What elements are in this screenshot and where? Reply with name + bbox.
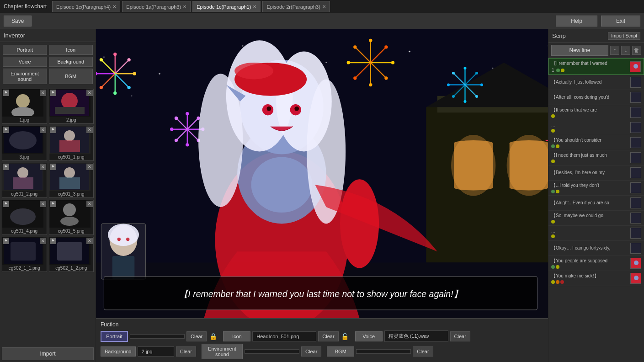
asset-item-9[interactable]: ⚑ ✕ cg502_1_2.png: [49, 237, 94, 272]
asset-item-8[interactable]: ⚑ ✕ cg502_1_1.png: [2, 237, 47, 272]
download-icon[interactable]: ↓: [621, 46, 630, 55]
icon-clear-button[interactable]: Clear: [318, 331, 338, 341]
delete-icon[interactable]: 🗑: [632, 46, 641, 55]
svg-rect-151: [112, 256, 135, 279]
svg-point-113: [170, 128, 173, 131]
svg-point-89: [447, 84, 450, 86]
script-item-14[interactable]: 【You make me sick!】: [548, 271, 644, 286]
script-item-7[interactable]: 【Besides, I'm here on my: [548, 165, 644, 181]
asset-name-4: cg501_2.png: [2, 191, 47, 197]
script-item-3[interactable]: 【It seems that we are: [548, 105, 644, 120]
icon-label: Icon: [223, 331, 250, 341]
asset-close-4[interactable]: ✕: [40, 164, 46, 170]
script-text-12: 【Okay… I can go forty-sixty,: [551, 245, 628, 251]
voice-clear-button[interactable]: Clear: [450, 331, 470, 341]
asset-item-0[interactable]: ⚑ ✕ 1.jpg: [2, 89, 47, 124]
import-script-button[interactable]: Import Script: [608, 32, 640, 40]
exit-button[interactable]: Exit: [601, 16, 640, 27]
script-item-2[interactable]: 【After all, considering you'd: [548, 90, 644, 105]
script-thumb-6: [630, 152, 641, 163]
asset-close-5[interactable]: ✕: [86, 164, 93, 170]
background-button[interactable]: Background: [49, 57, 93, 67]
asset-item-1[interactable]: ⚑ ✕ 2.jpg: [49, 89, 94, 124]
script-dots-13: [551, 265, 628, 269]
asset-close-2[interactable]: ✕: [40, 127, 46, 133]
svg-point-20: [63, 203, 76, 216]
asset-close-7[interactable]: ✕: [86, 201, 93, 207]
script-item-11[interactable]: ...: [548, 226, 644, 241]
svg-rect-16: [59, 177, 80, 189]
inventor-title: Inventor: [0, 29, 96, 42]
portrait-button[interactable]: Portrait: [3, 45, 47, 55]
tab-close-0[interactable]: ✕: [112, 4, 116, 9]
tab-2[interactable]: Episode 1c(Paragraph1) ✕: [192, 1, 261, 12]
script-item-1[interactable]: 【Actually, I just followed: [548, 75, 644, 90]
asset-item-6[interactable]: ⚑ ✕ cg501_4.png: [2, 200, 47, 235]
script-item-8[interactable]: 【...I told you they don't: [548, 181, 644, 196]
script-text-7: 【Besides, I'm here on my: [551, 170, 628, 176]
portrait-clear-button[interactable]: Clear: [186, 331, 207, 341]
svg-point-112: [175, 138, 178, 142]
bgm-field: BGM Clear: [327, 346, 433, 357]
bgm-clear-button[interactable]: Clear: [413, 346, 433, 357]
asset-close-6[interactable]: ✕: [40, 201, 46, 207]
voice-button[interactable]: Voice: [3, 57, 47, 67]
script-item-4[interactable]: ...: [548, 120, 644, 135]
env-clear-button[interactable]: Clear: [301, 346, 321, 357]
script-item-5[interactable]: 【You shouldn't consider: [548, 135, 644, 150]
svg-rect-23: [11, 242, 36, 261]
tab-close-3[interactable]: ✕: [322, 4, 326, 9]
script-item-12[interactable]: 【Okay… I can go forty-sixty,: [548, 241, 644, 256]
scrip-title: Scrip: [552, 32, 606, 39]
background-clear-button[interactable]: Clear: [176, 346, 196, 357]
tab-0[interactable]: Episode 1c(Paragraph4) ✕: [52, 1, 120, 12]
script-thumb-12: [630, 243, 641, 254]
svg-point-83: [463, 67, 466, 69]
svg-point-68: [384, 45, 388, 48]
script-item-6[interactable]: 【I need them just as much: [548, 150, 644, 165]
bgm-button[interactable]: BGM: [49, 69, 93, 84]
script-item-0[interactable]: 【I remember that I warned 1: [548, 58, 644, 75]
script-thumb-4: [630, 122, 641, 133]
env-sound-button[interactable]: Environment sound: [3, 69, 47, 84]
script-thumb-9: [630, 197, 641, 208]
svg-point-86: [475, 95, 478, 98]
asset-svg-6: [4, 201, 43, 227]
tab-close-1[interactable]: ✕: [183, 4, 186, 9]
svg-point-31: [409, 51, 410, 53]
icon-button[interactable]: Icon: [49, 45, 93, 55]
asset-close-1[interactable]: ✕: [86, 90, 93, 96]
asset-name-2: 3.jpg: [2, 154, 47, 160]
svg-point-90: [452, 72, 455, 75]
new-line-button[interactable]: New line: [551, 45, 608, 56]
svg-point-1: [16, 94, 30, 108]
asset-close-0[interactable]: ✕: [40, 90, 46, 96]
script-item-10[interactable]: 【So, maybe we could go: [548, 211, 644, 226]
asset-item-4[interactable]: ⚑ ✕ cg501_2.png: [2, 163, 47, 198]
asset-close-9[interactable]: ✕: [86, 238, 93, 244]
asset-item-7[interactable]: ⚑ ✕ cg501_5.png: [49, 200, 94, 235]
script-text-4: ...: [551, 123, 628, 128]
script-item-13[interactable]: 【You people are supposed: [548, 256, 644, 271]
svg-point-157: [633, 64, 638, 69]
dot-yellow-13: [556, 265, 559, 269]
script-dots-6: [551, 160, 628, 163]
asset-item-3[interactable]: ⚑ ✕ cg501_1.png: [49, 126, 94, 161]
tab-1[interactable]: Episode 1a(Paragraph3) ✕: [122, 1, 191, 12]
asset-close-3[interactable]: ✕: [86, 127, 93, 133]
tab-3[interactable]: Episode 2r(Paragraph3) ✕: [262, 1, 330, 12]
save-button[interactable]: Save: [4, 16, 32, 27]
script-dots-8: [551, 190, 628, 193]
asset-item-2[interactable]: ⚑ ✕ 3.jpg: [2, 126, 47, 161]
asset-item-5[interactable]: ⚑ ✕ cg501_3.png: [49, 163, 94, 198]
asset-close-8[interactable]: ✕: [40, 238, 46, 244]
env-value: [245, 349, 299, 354]
script-text-11: ...: [551, 229, 628, 234]
help-button[interactable]: Help: [556, 16, 597, 27]
upload-icon[interactable]: ↑: [610, 46, 619, 55]
script-thumb-5: [630, 137, 641, 148]
asset-svg-1: [50, 90, 89, 116]
import-button[interactable]: Import: [2, 347, 94, 360]
tab-close-2[interactable]: ✕: [253, 4, 256, 9]
script-item-9[interactable]: 【Alright...Even if you are so: [548, 196, 644, 211]
